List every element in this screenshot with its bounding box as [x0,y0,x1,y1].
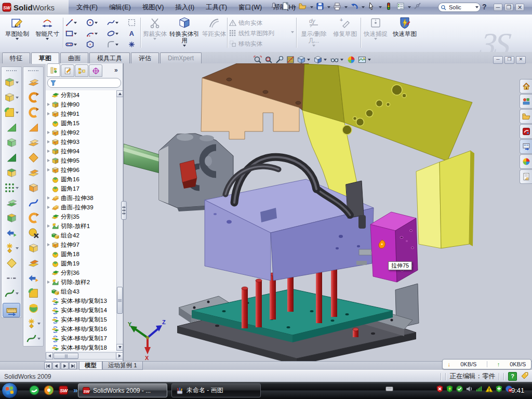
slot-dropdown-icon[interactable] [74,44,77,46]
model-tab-1[interactable]: 运动算例 1 [102,362,143,370]
view-orientation-icon[interactable] [313,55,323,64]
select-dropdown-icon[interactable] [379,6,382,8]
line-dropdown-icon[interactable] [74,22,77,24]
appearances-icon[interactable] [346,55,356,64]
warning-antenna-icon[interactable] [485,385,493,393]
expand-arrow-icon[interactable] [46,224,51,228]
doc-close-button[interactable]: ✕ [516,56,526,64]
last-page-button[interactable] [69,362,77,369]
options-icon[interactable] [396,2,407,13]
custom-properties-tab[interactable] [520,169,532,184]
reference-geometry-icon[interactable] [26,318,37,329]
design-library-tab[interactable] [520,94,532,109]
reference-geometry-dropdown-icon[interactable] [37,323,41,325]
expand-arrow-icon[interactable] [46,112,51,115]
taskbar-window-1[interactable]: 未命名 - 画图 [171,383,261,397]
tree-item[interactable]: 曲面-拉伸38 [46,193,116,203]
tab-草图[interactable]: 草图 [31,52,59,64]
tab-曲面[interactable]: 曲面 [60,52,88,63]
expand-arrow-icon[interactable] [46,140,51,143]
doc-restore-button[interactable]: ❐ [504,56,514,64]
slot-icon[interactable] [65,40,74,49]
expand-arrow-icon[interactable] [46,131,51,134]
side-core-block[interactable] [370,212,418,282]
display-style-icon[interactable] [296,55,306,64]
spline-dropdown-icon[interactable] [115,22,118,24]
reference-geometry-icon[interactable] [4,243,15,254]
browser-icon[interactable] [44,385,54,395]
horizontal-scroll-thumb[interactable] [54,353,78,359]
network-speed-widget[interactable]: ↓ 0KB/S ↑ 0KB/S [442,359,531,369]
update-check-icon[interactable] [456,385,463,393]
tree-item[interactable]: 组合42 [46,231,116,240]
tree-item[interactable]: 切除-放样1 [46,221,116,231]
rebuild-icon[interactable] [384,2,395,13]
tree-item[interactable]: 分割35 [46,212,116,221]
polygon-icon[interactable] [86,40,95,49]
tree-item[interactable]: 拉伸92 [46,128,116,137]
ellipse-dropdown-icon[interactable] [115,33,118,35]
undo-icon[interactable] [350,2,361,13]
tree-item[interactable]: 圆角16 [46,175,116,184]
tree-item[interactable]: 分割34 [46,90,116,100]
scene-dropdown-icon[interactable] [368,59,371,61]
speedup-shield-icon[interactable] [446,385,454,393]
tab-模具工具[interactable]: 模具工具 [89,52,130,63]
volume-icon[interactable] [466,385,473,393]
manager-tabs-overflow[interactable]: » [114,66,118,74]
menu-item-3[interactable]: 插入(I) [169,0,200,15]
display-delete-relations-button[interactable]: dy 显示/删除几... [298,16,329,49]
point-icon[interactable] [127,40,136,49]
arc-icon[interactable] [86,29,95,38]
delete-body-icon[interactable] [28,228,39,238]
tree-item[interactable]: 圆角17 [46,184,116,193]
panel-splitter-handle[interactable] [121,201,127,220]
flex-icon[interactable] [28,122,39,133]
messenger-icon[interactable] [29,385,39,395]
minimize-button[interactable]: ─ [494,4,502,11]
boundary-boss-icon[interactable] [28,197,39,208]
display-style-dropdown-icon[interactable] [307,59,310,61]
vertical-scroll-thumb[interactable] [117,287,123,314]
tree-item[interactable]: 切除-放样2 [46,277,116,287]
pin-icon[interactable] [269,2,281,13]
tree-item[interactable]: 实体-移动/复制15 [46,315,116,324]
shell-icon[interactable] [6,167,17,178]
curves-dropdown-icon[interactable] [37,338,41,340]
expand-arrow-icon[interactable] [46,206,51,209]
extruded-cut-dropdown-icon[interactable] [16,97,19,99]
print-icon[interactable] [332,2,344,13]
tree-item[interactable]: 曲面-拉伸39 [46,203,116,212]
scroll-left-button[interactable] [46,352,53,360]
first-page-button[interactable] [44,362,52,369]
reference-geometry-dropdown-icon[interactable] [16,247,19,249]
sketch-fillet-dropdown-icon[interactable] [115,44,118,46]
model-tab-0[interactable]: 模型 [79,362,102,370]
scroll-down-button[interactable] [116,344,123,351]
swept-boss-icon[interactable] [28,77,39,88]
close-button[interactable]: ✕ [515,4,524,11]
tree-item[interactable]: 拉伸95 [46,156,116,165]
tree-item[interactable]: 实体-移动/复制13 [46,296,116,305]
extruded-boss-dropdown-icon[interactable] [16,82,19,84]
print-dropdown-icon[interactable] [344,6,348,8]
tree-item[interactable]: 拉伸97 [46,240,116,249]
axis-icon[interactable] [6,273,17,284]
lofted-boss-icon[interactable] [6,122,17,133]
linear-pattern-icon[interactable] [4,182,15,193]
prev-page-button[interactable] [52,362,60,369]
appearances-tab[interactable] [520,154,532,169]
thicken-icon[interactable] [28,182,39,193]
signal-icon[interactable] [475,385,483,393]
mirror-entities-button[interactable]: 镜向实体 [229,18,294,28]
combine-bodies-icon[interactable] [6,212,17,223]
circle-icon[interactable] [86,18,95,27]
rectangle-dropdown-icon[interactable] [74,33,77,35]
tree-item[interactable]: 圆角18 [46,249,116,259]
curves-icon[interactable] [4,288,15,299]
rapid-sketch-button[interactable]: 快速草图 [391,16,419,49]
tree-item[interactable]: 拉伸96 [46,165,116,175]
expand-arrow-icon[interactable] [46,159,51,162]
open-dropdown-icon[interactable] [310,6,313,8]
move-body-icon[interactable] [6,228,17,238]
